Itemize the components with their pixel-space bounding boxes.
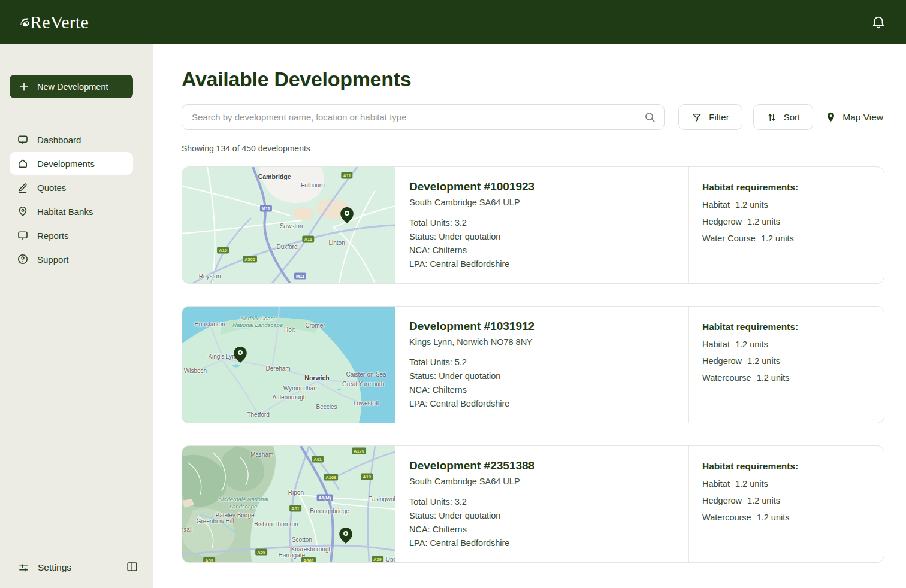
app-logo: ReVerte (19, 12, 89, 32)
main-content: Available Developments Filter (153, 44, 906, 588)
requirement-row: Hedgerow 1.2 units (702, 356, 871, 366)
requirement-value: 1.2 units (735, 340, 768, 349)
requirement-name: Hedgerow (702, 496, 742, 505)
requirement-name: Habitat (702, 340, 730, 349)
requirement-name: Hedgerow (702, 217, 742, 226)
development-list: CambridgeFulbournSawstonDuxfordLintonRoy… (182, 166, 884, 563)
sidebar-footer: Settings (0, 560, 153, 575)
map-pin-filled-icon (825, 111, 836, 123)
development-location: South Cambridge SA64 ULP (409, 198, 674, 207)
sidebar-item-label: Developments (37, 159, 95, 169)
panel-collapse-icon (126, 560, 138, 573)
habitat-heading: Habitat requirements: (702, 461, 871, 472)
filter-label: Filter (709, 112, 729, 122)
requirement-row: Habitat 1.2 units (702, 479, 871, 489)
habitat-requirements-panel: Habitat requirements: Habitat 1.2 units … (688, 167, 884, 283)
detail-status: Status: Under quotation (409, 230, 674, 244)
requirement-row: Hedgerow 1.2 units (702, 217, 871, 226)
location-pin-icon (340, 207, 354, 226)
requirement-value: 1.2 units (735, 479, 768, 489)
detail-total-units: Total Units: 5.2 (409, 356, 674, 369)
requirement-value: 1.2 units (747, 217, 780, 226)
map-thumbnail[interactable]: CambridgeFulbournSawstonDuxfordLintonRoy… (182, 167, 395, 283)
funnel-icon (691, 112, 702, 123)
sidebar-item-label: Quotes (37, 183, 66, 193)
detail-total-units: Total Units: 3.2 (409, 495, 674, 509)
map-view-label: Map View (842, 112, 883, 123)
search-icon (644, 111, 656, 126)
requirement-name: Hedgerow (702, 356, 742, 366)
requirement-name: Habitat (702, 200, 730, 210)
requirement-value: 1.2 units (747, 496, 780, 505)
search-box (182, 104, 665, 130)
sidebar-item-developments[interactable]: Developments (10, 152, 133, 175)
development-card[interactable]: CambridgeFulbournSawstonDuxfordLintonRoy… (182, 166, 884, 284)
new-development-label: New Development (37, 82, 108, 92)
toolbar: Filter Sort Map View (182, 104, 884, 130)
development-card[interactable]: Nidderdale National LandscapeMashamRipon… (182, 445, 884, 563)
sidebar-nav: Dashboard Developments Quotes (0, 128, 153, 271)
detail-total-units: Total Units: 3.2 (409, 216, 674, 230)
requirement-row: Hedgerow 1.2 units (702, 496, 871, 505)
sidebar-item-settings[interactable]: Settings (18, 562, 71, 574)
requirement-name: Water Course (702, 234, 756, 243)
requirement-row: Habitat 1.2 units (702, 340, 871, 349)
requirement-value: 1.2 units (747, 356, 780, 366)
map-thumbnail[interactable]: Nidderdale National LandscapeMashamRipon… (182, 446, 395, 562)
sidebar-item-label: Support (37, 254, 69, 265)
detail-lpa: LPA: Central Bedfordshire (409, 397, 674, 411)
development-location: South Cambridge SA64 ULP (409, 477, 674, 486)
sort-label: Sort (784, 112, 801, 122)
filter-button[interactable]: Filter (678, 104, 742, 130)
new-development-button[interactable]: New Development (10, 75, 133, 98)
bell-icon (871, 14, 886, 30)
requirement-name: Watercourse (702, 373, 751, 383)
sidebar-item-reports[interactable]: Reports (10, 224, 133, 247)
detail-nca: NCA: Chilterns (409, 383, 674, 397)
development-details: Development #2351388 South Cambridge SA6… (395, 446, 688, 562)
help-icon (17, 253, 29, 265)
detail-nca: NCA: Chilterns (409, 523, 674, 537)
sidebar: New Development Dashboard Developments (0, 44, 153, 588)
detail-lpa: LPA: Central Bedfordshire (409, 537, 674, 550)
requirement-name: Watercourse (702, 513, 751, 522)
map-pin-icon (17, 205, 29, 217)
map-view-button[interactable]: Map View (824, 111, 884, 123)
sidebar-item-support[interactable]: Support (10, 248, 133, 271)
habitat-requirements-panel: Habitat requirements: Habitat 1.2 units … (688, 307, 884, 423)
map-thumbnail[interactable]: Norfolk Coast National LandscapeHunstant… (182, 307, 395, 423)
development-title: Development #1001923 (409, 180, 674, 193)
sidebar-item-dashboard[interactable]: Dashboard (10, 128, 133, 151)
collapse-sidebar-button[interactable] (125, 560, 139, 575)
requirement-value: 1.2 units (735, 200, 768, 210)
page-title: Available Developments (182, 68, 884, 91)
sliders-icon (18, 562, 29, 574)
requirement-value: 1.2 units (761, 234, 794, 243)
search-input[interactable] (182, 104, 665, 130)
detail-lpa: LPA: Central Bedfordshire (409, 257, 674, 271)
development-title: Development #2351388 (409, 459, 674, 472)
sort-button[interactable]: Sort (753, 104, 814, 130)
app-header: ReVerte (0, 0, 906, 44)
notifications-bell-button[interactable] (869, 13, 887, 31)
monitor-icon (17, 134, 29, 146)
logo-text: ReVerte (30, 12, 89, 32)
requirement-row: Watercourse 1.2 units (702, 513, 871, 522)
sidebar-item-label: Reports (37, 231, 69, 241)
results-summary: Showing 134 of 450 developments (182, 144, 884, 153)
sidebar-item-habitat-banks[interactable]: Habitat Banks (10, 200, 133, 223)
requirement-name: Habitat (702, 479, 730, 489)
location-pin-icon (339, 528, 352, 546)
map-roads (182, 446, 395, 562)
sidebar-item-quotes[interactable]: Quotes (10, 176, 133, 199)
monitor-icon (17, 229, 29, 241)
requirement-row: Watercourse 1.2 units (702, 373, 871, 383)
requirement-value: 1.2 units (757, 373, 790, 383)
requirement-row: Habitat 1.2 units (702, 200, 871, 210)
development-card[interactable]: Norfolk Coast National LandscapeHunstant… (182, 306, 884, 423)
location-pin-icon (234, 347, 247, 365)
sidebar-item-label: Habitat Banks (37, 207, 93, 217)
detail-status: Status: Under quotation (409, 369, 674, 383)
plus-icon (19, 81, 29, 92)
sort-arrows-icon (766, 112, 777, 123)
